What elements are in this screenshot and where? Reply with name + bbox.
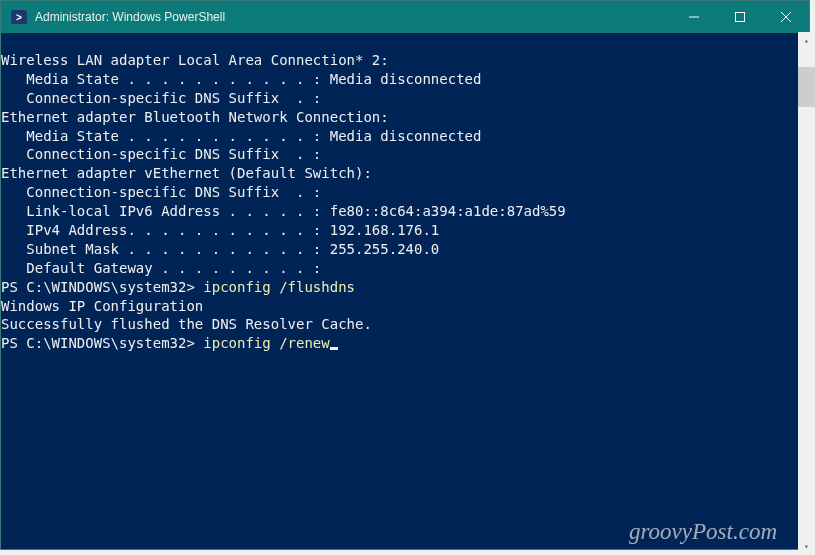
window-titlebar[interactable]: Administrator: Windows PowerShell [1, 1, 809, 33]
output-line: Default Gateway . . . . . . . . . : [1, 259, 809, 278]
close-icon [781, 12, 791, 22]
output-line: Link-local IPv6 Address . . . . . : fe80… [1, 202, 809, 221]
window-title: Administrator: Windows PowerShell [35, 10, 225, 24]
scroll-track[interactable] [798, 49, 815, 538]
output-line: Connection-specific DNS Suffix . : [1, 145, 809, 164]
scroll-down-arrow[interactable]: ▾ [798, 538, 815, 555]
output-line: Media State . . . . . . . . . . . : Medi… [1, 127, 809, 146]
window-controls [671, 1, 809, 33]
minimize-button[interactable] [671, 1, 717, 33]
output-line: Subnet Mask . . . . . . . . . . . : 255.… [1, 240, 809, 259]
powershell-icon [11, 10, 27, 24]
text-cursor [330, 347, 338, 350]
output-line: Connection-specific DNS Suffix . : [1, 89, 809, 108]
scroll-thumb[interactable] [798, 67, 815, 107]
scroll-up-arrow[interactable]: ▴ [798, 32, 815, 49]
vertical-scrollbar[interactable]: ▴ ▾ [798, 32, 815, 555]
close-button[interactable] [763, 1, 809, 33]
output-line: IPv4 Address. . . . . . . . . . . : 192.… [1, 221, 809, 240]
prompt-line: PS C:\WINDOWS\system32> ipconfig /renew [1, 334, 809, 353]
output-line: Successfully flushed the DNS Resolver Ca… [1, 315, 809, 334]
prompt-line: PS C:\WINDOWS\system32> ipconfig /flushd… [1, 278, 809, 297]
maximize-button[interactable] [717, 1, 763, 33]
terminal-area[interactable]: Wireless LAN adapter Local Area Connecti… [1, 33, 809, 549]
titlebar-left: Administrator: Windows PowerShell [1, 10, 225, 24]
output-line: Wireless LAN adapter Local Area Connecti… [1, 51, 809, 70]
output-line: Connection-specific DNS Suffix . : [1, 183, 809, 202]
output-line: Media State . . . . . . . . . . . : Medi… [1, 70, 809, 89]
maximize-icon [735, 12, 745, 22]
output-line: Ethernet adapter vEthernet (Default Swit… [1, 164, 809, 183]
svg-rect-1 [736, 13, 745, 22]
command-text: ipconfig /flushdns [203, 279, 355, 295]
command-text: ipconfig /renew [203, 335, 329, 351]
minimize-icon [689, 12, 699, 22]
terminal-output: Wireless LAN adapter Local Area Connecti… [1, 51, 809, 353]
powershell-window: Administrator: Windows PowerShell Wirele… [0, 0, 810, 550]
output-line: Ethernet adapter Bluetooth Network Conne… [1, 108, 809, 127]
output-line: Windows IP Configuration [1, 297, 809, 316]
